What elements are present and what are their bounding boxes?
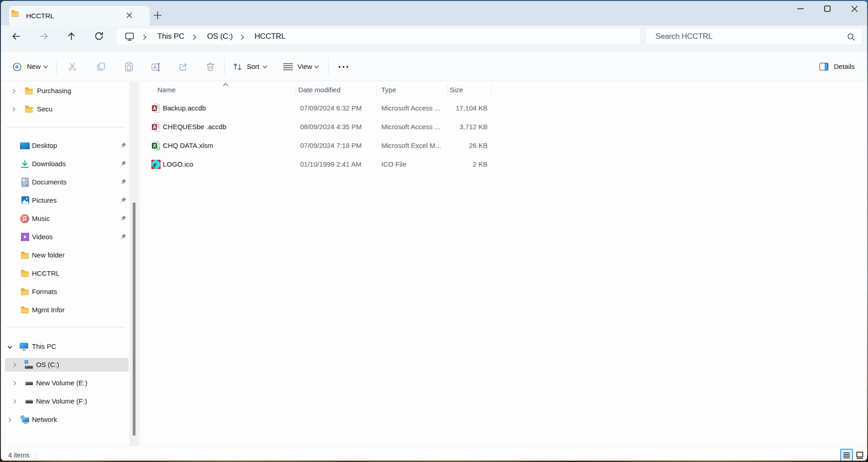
svg-text:X: X	[153, 143, 156, 148]
svg-text:A: A	[153, 124, 156, 130]
svg-text:e: e	[153, 160, 157, 169]
svg-text:A: A	[153, 64, 156, 70]
svg-text:A: A	[153, 105, 156, 111]
